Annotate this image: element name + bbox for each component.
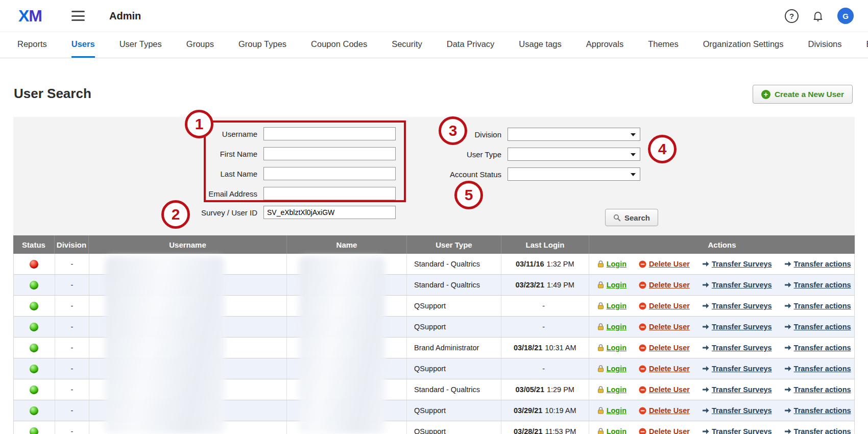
nav-tab-approvals[interactable]: Approvals	[586, 32, 623, 58]
transfer-surveys-link[interactable]: Transfer Surveys	[702, 385, 772, 394]
delete-user-link[interactable]: Delete User	[639, 385, 690, 394]
transfer-surveys-link[interactable]: Transfer Surveys	[702, 365, 772, 373]
user-type-cell: Standard - Qualtrics	[407, 254, 501, 274]
delete-user-link[interactable]: Delete User	[639, 365, 690, 373]
chevron-down-icon	[631, 153, 636, 156]
chevron-down-icon	[631, 133, 636, 136]
actions-cell: Login Delete User Transfer Surveys Trans…	[589, 358, 854, 379]
logo-x: X	[18, 7, 29, 25]
delete-user-link[interactable]: Delete User	[639, 344, 690, 352]
transfer-surveys-link[interactable]: Transfer Surveys	[702, 427, 772, 434]
transfer-surveys-link[interactable]: Transfer Surveys	[702, 302, 772, 310]
transfer-surveys-link[interactable]: Transfer Surveys	[702, 281, 772, 289]
transfer-arrow-icon	[702, 366, 709, 372]
transfer-actions-link[interactable]: Transfer actions	[784, 260, 851, 268]
login-link[interactable]: Login	[597, 302, 626, 310]
avatar[interactable]: G	[837, 8, 854, 24]
transfer-surveys-link[interactable]: Transfer Surveys	[702, 260, 772, 268]
transfer-surveys-link[interactable]: Transfer Surveys	[702, 323, 772, 331]
transfer-actions-link[interactable]: Transfer actions	[784, 323, 851, 331]
header-username: Username	[89, 235, 287, 254]
status-dot	[30, 406, 38, 415]
delete-user-link[interactable]: Delete User	[639, 323, 690, 331]
login-link[interactable]: Login	[597, 365, 626, 373]
nav-tab-organization-settings[interactable]: Organization Settings	[703, 32, 784, 58]
nav-tab-themes[interactable]: Themes	[648, 32, 679, 58]
nav-tab-user-types[interactable]: User Types	[119, 32, 162, 58]
last-login-date: 03/11/16	[516, 260, 544, 268]
status-dot	[30, 365, 38, 373]
division-cell: -	[55, 358, 89, 379]
nav-tab-usage-tags[interactable]: Usage tags	[519, 32, 561, 58]
nav-tab-divisions[interactable]: Divisions	[808, 32, 842, 58]
last-login-date: 03/23/21	[516, 281, 544, 289]
division-cell: -	[55, 275, 89, 295]
transfer-actions-link[interactable]: Transfer actions	[784, 344, 851, 352]
nav-tab-data-privacy[interactable]: Data Privacy	[447, 32, 495, 58]
login-link[interactable]: Login	[597, 281, 626, 289]
survey-user-id-input[interactable]	[263, 206, 396, 219]
transfer-actions-link[interactable]: Transfer actions	[784, 365, 851, 373]
header-user-type: User Type	[407, 235, 501, 254]
division-select[interactable]	[508, 128, 640, 141]
top-bar: XM Admin ? G	[0, 0, 868, 32]
delete-user-link[interactable]: Delete User	[639, 427, 690, 434]
hamburger-menu-icon[interactable]	[71, 11, 85, 21]
search-icon	[613, 214, 621, 222]
login-link[interactable]: Login	[597, 406, 626, 415]
delete-user-link[interactable]: Delete User	[639, 406, 690, 415]
search-button-label: Search	[624, 213, 650, 222]
transfer-actions-link[interactable]: Transfer actions	[784, 385, 851, 394]
xm-logo[interactable]: XM	[18, 7, 42, 26]
nav-tab-e[interactable]: E	[866, 32, 868, 58]
help-icon[interactable]: ?	[785, 9, 799, 23]
transfer-actions-link[interactable]: Transfer actions	[784, 302, 851, 310]
user-type-label: User Type	[390, 150, 508, 159]
actions-cell: Login Delete User Transfer Surveys Trans…	[589, 379, 854, 400]
notifications-bell-icon[interactable]	[812, 10, 824, 22]
status-dot	[30, 281, 38, 290]
nav-tab-coupon-codes[interactable]: Coupon Codes	[311, 32, 367, 58]
nav-tab-users[interactable]: Users	[71, 32, 95, 58]
lock-icon	[597, 260, 604, 268]
delete-user-link[interactable]: Delete User	[639, 302, 690, 310]
logo-m: M	[29, 7, 42, 25]
transfer-actions-link[interactable]: Transfer actions	[784, 281, 851, 289]
last-login-date: -	[542, 323, 545, 331]
delete-user-link[interactable]: Delete User	[639, 260, 690, 268]
nav-tab-groups[interactable]: Groups	[186, 32, 214, 58]
admin-user-search-screen: XM Admin ? G ReportsUsersUser TypesGroup…	[0, 0, 868, 434]
search-button[interactable]: Search	[605, 209, 658, 226]
delete-user-link[interactable]: Delete User	[639, 281, 690, 289]
user-type-cell: QSupport	[407, 358, 501, 379]
division-cell: -	[55, 400, 89, 421]
create-new-user-button[interactable]: + Create a New User	[753, 85, 853, 104]
transfer-arrow-icon	[702, 282, 709, 288]
user-type-select[interactable]	[508, 148, 640, 161]
transfer-surveys-link[interactable]: Transfer Surveys	[702, 344, 772, 352]
login-link[interactable]: Login	[597, 323, 626, 331]
transfer-arrow-icon	[702, 303, 709, 309]
delete-icon	[639, 302, 646, 310]
last-login-cell: 03/11/161:32 PM	[501, 254, 589, 274]
nav-tab-reports[interactable]: Reports	[17, 32, 47, 58]
transfer-surveys-link[interactable]: Transfer Surveys	[702, 406, 772, 415]
last-login-cell: 03/29/2110:19 AM	[501, 400, 589, 421]
login-link[interactable]: Login	[597, 427, 626, 434]
transfer-actions-link[interactable]: Transfer actions	[784, 427, 851, 434]
topbar-actions: ? G	[785, 8, 854, 24]
last-login-date: 03/05/21	[516, 385, 544, 394]
annotation-circle-2: 2	[161, 200, 190, 229]
last-login-time: 1:32 PM	[547, 260, 574, 268]
delete-icon	[639, 344, 646, 352]
user-type-cell: QSupport	[407, 296, 501, 316]
nav-tab-group-types[interactable]: Group Types	[238, 32, 286, 58]
nav-tab-security[interactable]: Security	[392, 32, 422, 58]
login-link[interactable]: Login	[597, 385, 626, 394]
login-link[interactable]: Login	[597, 344, 626, 352]
account-status-select[interactable]	[508, 167, 640, 181]
status-dot	[30, 323, 38, 331]
user-type-cell: QSupport	[407, 421, 501, 434]
login-link[interactable]: Login	[597, 260, 626, 268]
transfer-actions-link[interactable]: Transfer actions	[784, 406, 851, 415]
